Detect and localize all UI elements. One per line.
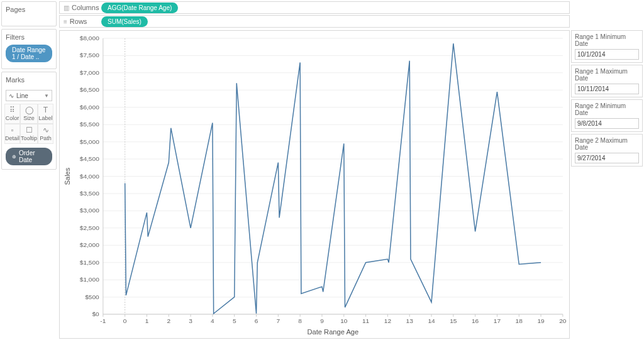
svg-text:15: 15 [450,317,457,324]
plus-icon: ⊕ [12,154,16,160]
param-card-2: Range 2 Minimum Date9/8/2014 [571,99,643,132]
svg-text:Date Range Age: Date Range Age [308,328,359,336]
svg-text:13: 13 [406,317,414,324]
svg-text:$3,500: $3,500 [80,190,99,197]
mark-btn-color[interactable]: ⠿Color [4,104,20,124]
svg-text:$500: $500 [85,293,99,300]
svg-text:$1,500: $1,500 [80,259,99,266]
svg-text:14: 14 [428,317,435,324]
marks-title: Marks [2,72,56,87]
svg-text:16: 16 [472,317,479,324]
svg-text:Sales: Sales [64,167,71,185]
marks-card: Marks ∿Line ▼ ⠿Color◯SizeTLabel▫Detail☐T… [1,72,57,170]
svg-text:7: 7 [277,317,280,324]
line-icon: ∿ [9,92,14,99]
svg-text:6: 6 [255,317,258,324]
svg-text:2: 2 [167,317,170,324]
mark-btn-detail[interactable]: ▫Detail [4,124,20,144]
svg-text:9: 9 [320,317,324,324]
svg-text:$4,500: $4,500 [80,155,99,162]
path-icon: ∿ [43,126,49,134]
svg-text:$2,500: $2,500 [80,224,99,231]
param-input[interactable]: 10/11/2014 [575,84,639,94]
mark-pill-order-date[interactable]: ⊕Order Date [6,148,52,165]
chart-viz[interactable]: $0$500$1,000$1,500$2,000$2,500$3,000$3,5… [59,30,570,339]
rows-shelf[interactable]: ≡Rows SUM(Sales) [59,15,570,28]
svg-text:3: 3 [189,317,192,324]
columns-pill[interactable]: AGG(Date Range Age) [101,3,178,13]
svg-text:11: 11 [362,317,370,324]
columns-shelf[interactable]: ▥Columns AGG(Date Range Age) [59,1,570,14]
data-line [125,43,541,314]
svg-text:-1: -1 [100,317,106,324]
param-card-0: Range 1 Minimum Date10/1/2014 [571,30,643,63]
rows-icon: ≡ [64,18,67,25]
param-input[interactable]: 9/27/2014 [575,153,639,163]
param-input[interactable]: 10/1/2014 [575,49,639,60]
svg-text:18: 18 [516,317,523,324]
svg-text:$3,000: $3,000 [80,207,99,214]
param-label: Range 1 Maximum Date [575,68,639,82]
svg-text:0: 0 [123,317,127,324]
label-icon: T [43,106,48,114]
chevron-down-icon: ▼ [44,93,49,99]
svg-text:$6,000: $6,000 [80,104,99,111]
param-label: Range 2 Minimum Date [575,102,639,116]
svg-text:$0: $0 [92,310,100,317]
param-card-3: Range 2 Maximum Date9/27/2014 [571,134,643,167]
mark-btn-path[interactable]: ∿Path [38,124,53,144]
svg-text:4: 4 [211,317,214,324]
param-card-1: Range 1 Maximum Date10/11/2014 [571,65,643,97]
pages-shelf[interactable]: Pages [1,1,57,26]
rows-pill[interactable]: SUM(Sales) [101,16,148,27]
tooltip-icon: ☐ [26,126,33,134]
svg-text:$5,000: $5,000 [80,138,99,145]
svg-text:$4,000: $4,000 [80,173,99,180]
svg-text:$7,000: $7,000 [80,69,99,76]
svg-text:20: 20 [559,317,567,324]
param-label: Range 2 Maximum Date [575,137,639,151]
svg-text:19: 19 [537,317,545,324]
svg-text:$7,500: $7,500 [80,52,99,58]
svg-text:$2,000: $2,000 [80,241,99,248]
svg-text:$8,000: $8,000 [80,35,99,41]
mark-btn-size[interactable]: ◯Size [20,104,38,124]
color-icon: ⠿ [9,106,15,114]
svg-text:$1,000: $1,000 [80,276,99,283]
mark-btn-tooltip[interactable]: ☐Tooltip [20,124,38,144]
filters-shelf[interactable]: Filters Date Range 1 / Date .. [1,29,57,69]
size-icon: ◯ [25,106,33,114]
svg-text:10: 10 [340,317,348,324]
mark-type-select[interactable]: ∿Line ▼ [6,90,52,101]
param-input[interactable]: 9/8/2014 [575,118,639,129]
detail-icon: ▫ [11,126,13,134]
param-label: Range 1 Minimum Date [575,33,639,47]
svg-text:$5,500: $5,500 [80,121,99,128]
svg-text:1: 1 [145,317,149,324]
mark-btn-label[interactable]: TLabel [38,104,53,124]
columns-icon: ▥ [64,4,69,11]
filters-title: Filters [2,30,56,45]
svg-text:8: 8 [298,317,302,324]
pages-title: Pages [2,2,56,17]
svg-text:17: 17 [494,317,501,324]
svg-text:12: 12 [384,317,392,324]
filter-pill[interactable]: Date Range 1 / Date .. [6,45,52,62]
svg-text:$6,500: $6,500 [80,86,99,93]
svg-text:5: 5 [233,317,236,324]
